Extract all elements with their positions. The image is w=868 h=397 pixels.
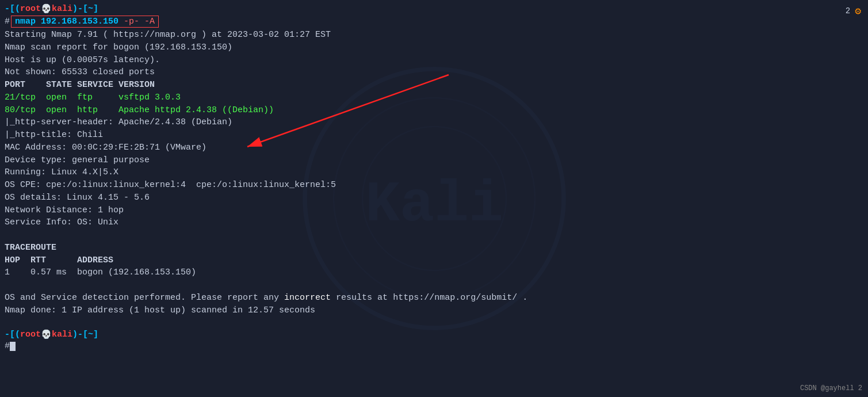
prompt-dir: ~ [88,4,93,14]
command-tool: nmap [15,17,41,26]
prompt-user: root [20,4,41,14]
prompt2-bracket-open: -[ [5,330,15,339]
output-line-blank2 [5,279,861,292]
prompt-line-1: -[(root💀kali)-[~] [5,3,861,14]
output-line-traceroute: TRACEROUTE [5,242,861,254]
output-line-svcinfo: Service Info: OS: Unix [5,216,861,229]
hash2-symbol: # [5,341,10,351]
command-box: nmap 192.168.153.150 -p- -A [11,16,159,28]
prompt-bracket-open: -[ [5,4,15,14]
command-flags-space [118,17,124,26]
prompt2-bracket-close: )-[ [72,330,88,339]
output-line-http: 80/tcp open http Apache httpd 2.4.38 ((D… [5,104,861,117]
terminal-window: -[(root💀kali)-[~] # nmap 192.168.153.150… [0,0,868,397]
prompt2-dir-close: ] [93,330,98,339]
output-line-hop-header: HOP RTT ADDRESS [5,254,861,267]
output-line-http-title: |_http-title: Chili [5,129,861,142]
prompt-bracket-inner: ( [15,4,20,14]
output-line-netdist: Network Distance: 1 hop [5,204,861,217]
command-flag-a: -A [144,17,155,26]
output-line-osservice: OS and Service detection performed. Plea… [5,292,861,304]
http-port: 80/tcp open http Apache httpd 2.4.38 ((D… [5,105,274,115]
output-line-ftp: 21/tcp open ftp vsftpd 3.0.3 [5,91,861,104]
ftp-port: 21/tcp open ftp vsftpd 3.0.3 [5,93,181,102]
output-line-header: PORT STATE SERVICE VERSION [5,79,861,91]
output-line-running: Running: Linux 4.X|5.X [5,166,861,179]
command-line: # nmap 192.168.153.150 -p- -A [5,16,861,28]
prompt-line-2: -[(root💀kali)-[~] [5,329,861,340]
cursor [10,342,16,351]
output-line-2: Nmap scan report for bogon (192.168.153.… [5,41,861,54]
prompt-bracket-close: )-[ [72,4,88,14]
prompt2-user: root [20,330,41,339]
output-line-3: Host is up (0.00057s latency). [5,54,861,67]
output-line-http-header: |_http-server-header: Apache/2.4.38 (Deb… [5,116,861,129]
output-line-mac: MAC Address: 00:0C:29:FE:2B:71 (VMware) [5,142,861,154]
output-line-1: Starting Nmap 7.91 ( https://nmap.org ) … [5,29,861,41]
prompt-host: kali [52,4,72,14]
output-line-device: Device type: general purpose [5,154,861,167]
output-line-blank1 [5,229,861,242]
hash-symbol: # [5,17,10,26]
prompt-dir-close: ] [93,4,98,14]
prompt2-skull: 💀 [41,329,52,340]
prompt-line-2-hash: # [5,341,861,351]
output-line-hop1: 1 0.57 ms bogon (192.168.153.150) [5,266,861,279]
command-flag-p: -p- [124,17,139,26]
prompt2-bracket-inner: ( [15,330,20,339]
command-ip: 192.168.153.150 [41,17,118,26]
command-space2 [139,17,144,26]
output-line-done: Nmap done: 1 IP address (1 host up) scan… [5,304,861,317]
prompt2-host: kali [52,330,72,339]
output-line-osdetails: OS details: Linux 4.15 - 5.6 [5,192,861,204]
output-line-4: Not shown: 65533 closed ports [5,66,861,79]
prompt2-dir: ~ [88,330,93,339]
prompt-skull: 💀 [41,3,52,14]
output-line-cpe: OS CPE: cpe:/o:linux:linux_kernel:4 cpe:… [5,179,861,192]
output-line-blank3 [5,316,861,329]
